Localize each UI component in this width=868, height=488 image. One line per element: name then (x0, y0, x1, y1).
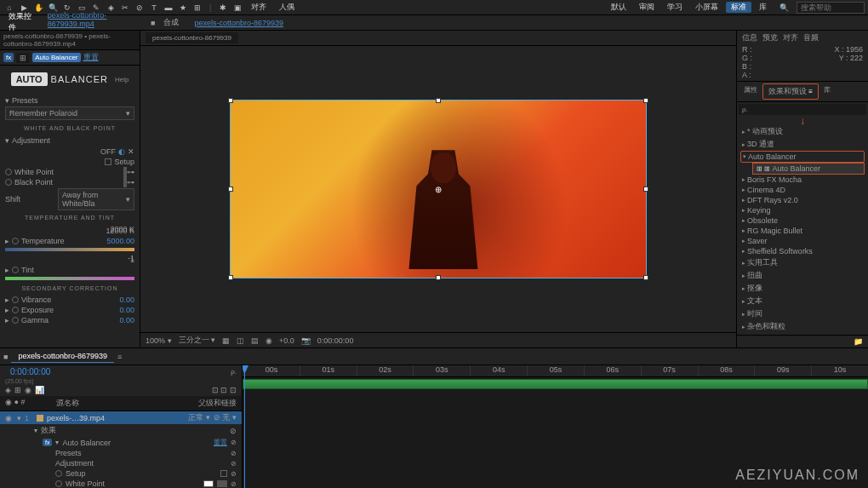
timeline-tab[interactable]: pexels-cottonbro-8679939 (11, 350, 114, 363)
tool-extra1-icon[interactable]: ✱ (217, 2, 229, 14)
tool-brush-icon[interactable]: ▬ (163, 2, 174, 14)
handle-tr[interactable] (643, 98, 648, 103)
canvas-frame[interactable]: ⊕ (230, 100, 647, 278)
motion-blur-icon[interactable]: ◉ (25, 386, 31, 394)
zoom-dropdown[interactable]: 100% ▾ (146, 336, 172, 345)
tool-star-icon[interactable]: ★ (177, 2, 189, 14)
prop-presets[interactable]: Presets⊘ (0, 448, 242, 458)
fx-toggle-icon[interactable]: ⊞ (14, 386, 21, 394)
temperature-value[interactable]: 5000.00 (106, 237, 134, 245)
cat-rg[interactable]: ▸RG Magic Bullet (740, 226, 865, 236)
cat-obsolete[interactable]: ▸Obsolete (740, 215, 865, 226)
shift-dropdown[interactable]: Away from White/Bla▾ (58, 188, 134, 210)
cat-noise[interactable]: ▸杂色和颗粒 (740, 320, 865, 333)
prop-adjustment[interactable]: Adjustment⊘ (0, 458, 242, 468)
tab-library[interactable]: 库 (819, 83, 836, 100)
effect-header[interactable]: fx ⊞ Auto Balancer 重置 (0, 50, 140, 66)
prop-white-point[interactable]: White Point ⊘ (0, 479, 242, 488)
tab-align[interactable]: 对齐 (783, 32, 798, 43)
grid-icon[interactable]: ▦ (222, 336, 230, 345)
cat-distort[interactable]: ▸扭曲 (740, 269, 865, 282)
handle-tl[interactable] (228, 98, 233, 103)
tint-slider[interactable] (5, 277, 134, 280)
tab-info[interactable]: 信息 (742, 32, 757, 43)
snapshot-icon[interactable]: 📷 (301, 336, 311, 345)
tool-grid-icon[interactable]: ⊞ (191, 2, 203, 14)
handle-mr[interactable] (643, 187, 648, 192)
composition-viewer[interactable]: ⊕ (140, 46, 736, 332)
preset-dropdown[interactable]: Remember Polaroid▾ (5, 106, 134, 120)
comp-name-link[interactable]: pexels-cottonbro-8679939 (187, 17, 290, 29)
col-source[interactable]: 源名称 (56, 398, 198, 409)
prop-setup[interactable]: Setup ⊘ (0, 468, 242, 479)
cat-sheffield[interactable]: ▸Sheffield Softworks (740, 246, 865, 256)
cat-time[interactable]: ▸时间 (740, 307, 865, 320)
exposure-value[interactable]: 0.00 (119, 306, 134, 314)
reset-link[interactable]: 重置 (83, 52, 99, 63)
snap-toggle[interactable]: 对齐 (246, 2, 271, 13)
guide-icon[interactable]: ▤ (251, 336, 259, 345)
handle-bl[interactable] (228, 275, 233, 280)
cat-utility[interactable]: ▸实用工具 (740, 256, 865, 269)
tab-audio[interactable]: 音频 (803, 32, 819, 43)
switches-icon[interactable]: ⊡ ⊡ ⊡ (212, 386, 237, 394)
fx-switch-icon[interactable]: ⊘ (230, 427, 237, 435)
col-parent[interactable]: 父级和链接 (198, 398, 237, 409)
new-folder-icon[interactable]: 📁 (854, 337, 863, 346)
effects-search[interactable]: ρ. (739, 104, 866, 115)
cat-3d-channel[interactable]: ▸3D 通道 (740, 138, 865, 151)
layer-fx-row[interactable]: ▾ 效果⊘ (0, 424, 242, 437)
stopwatch-icon[interactable] (12, 296, 19, 303)
stopwatch-icon[interactable] (12, 238, 19, 244)
workspace-small[interactable]: 小屏幕 (690, 2, 723, 13)
current-time-indicator[interactable] (244, 365, 245, 488)
stopwatch-icon[interactable] (12, 317, 19, 324)
viewer-timecode[interactable]: 0:00:00:00 (317, 336, 354, 345)
exposure-adjust[interactable]: +0.0 (279, 336, 294, 345)
graph-icon[interactable]: 📊 (35, 386, 44, 394)
shy-icon[interactable]: ◈ (5, 386, 11, 394)
handle-tm[interactable] (436, 98, 441, 103)
layer-tab[interactable]: pexels-cottonbro-8679939 (146, 32, 238, 43)
anchor-icon[interactable]: ⊕ (434, 185, 443, 193)
cat-c4d[interactable]: ▸Cinema 4D (740, 185, 865, 195)
help-link[interactable]: Help (115, 76, 128, 83)
channel-icon[interactable]: ◉ (266, 336, 272, 345)
workspace-standard[interactable]: 标准 (726, 2, 751, 13)
cat-saver[interactable]: ▸Saver (740, 236, 865, 246)
cat-matte[interactable]: ▸抠像 (740, 282, 865, 295)
parent-dropdown[interactable]: ⊘ 无 ▾ (214, 412, 237, 423)
tab-preview[interactable]: 预览 (762, 32, 778, 43)
puppet-label[interactable]: 人偶 (274, 2, 300, 13)
temperature-slider[interactable] (5, 248, 134, 251)
cat-dft[interactable]: ▸DFT Rays v2.0 (740, 195, 865, 205)
mask-icon[interactable]: ◫ (237, 336, 244, 345)
effect-name[interactable]: Auto Balancer (32, 53, 80, 62)
tool-extra2-icon[interactable]: ▣ (231, 2, 243, 14)
tab-properties[interactable]: 属性 (739, 83, 762, 100)
tab-effects-presets[interactable]: 效果和预设 ≡ (762, 83, 819, 100)
stopwatch-icon[interactable] (12, 307, 19, 313)
presets-header[interactable]: ▾Presets (5, 95, 134, 106)
handle-bm[interactable] (436, 275, 441, 280)
layer-fx-name[interactable]: fx ▾ Auto Balancer重置 ⊘ (0, 437, 242, 448)
mode-dropdown[interactable]: 正常 ▾ (188, 412, 210, 423)
timeline-search[interactable]: ρ. (231, 368, 237, 376)
timecode[interactable]: 0:00:00:00 (5, 365, 55, 378)
stopwatch-icon[interactable] (5, 169, 12, 175)
cat-boris[interactable]: ▸Boris FX Mocha (740, 175, 865, 185)
tool-type-icon[interactable]: T (148, 2, 160, 14)
handle-br[interactable] (643, 275, 648, 280)
stopwatch-icon[interactable] (12, 267, 19, 273)
cat-keying[interactable]: ▸Keying (740, 205, 865, 215)
handle-ml[interactable] (228, 187, 233, 192)
effects-list[interactable]: ▸* 动画预设 ▸3D 通道 ▾Auto Balancer ⊞ ⊞ Auto B… (737, 125, 868, 335)
workspace-library[interactable]: 库 (754, 2, 772, 13)
search-help-input[interactable] (797, 2, 865, 14)
adjustment-header[interactable]: ▾Adjustment (0, 135, 140, 146)
resolution-dropdown[interactable]: 三分之一 ▾ (179, 335, 216, 346)
cat-text[interactable]: ▸文本 (740, 295, 865, 307)
gamma-value[interactable]: 0.00 (119, 316, 134, 324)
cat-anim-presets[interactable]: ▸* 动画预设 (740, 125, 865, 138)
time-ruler[interactable]: 00s01s02s03s04s05s06s07s08s09s10s (243, 365, 868, 377)
